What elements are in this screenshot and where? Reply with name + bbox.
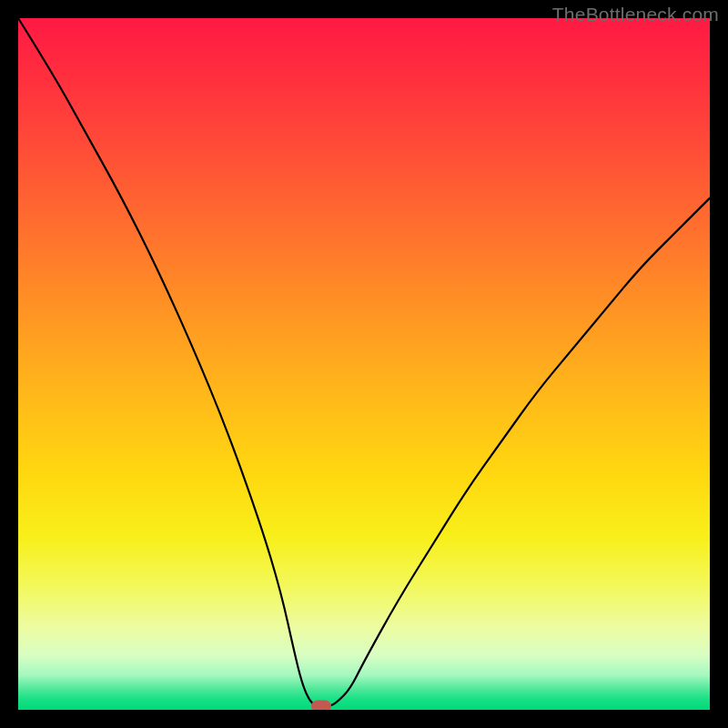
plot-area (18, 18, 710, 710)
chart-frame: TheBottleneck.com (0, 0, 728, 728)
optimal-point-marker (311, 701, 331, 710)
bottleneck-curve (18, 18, 710, 710)
curve-path (18, 18, 710, 706)
watermark-text: TheBottleneck.com (552, 4, 719, 25)
